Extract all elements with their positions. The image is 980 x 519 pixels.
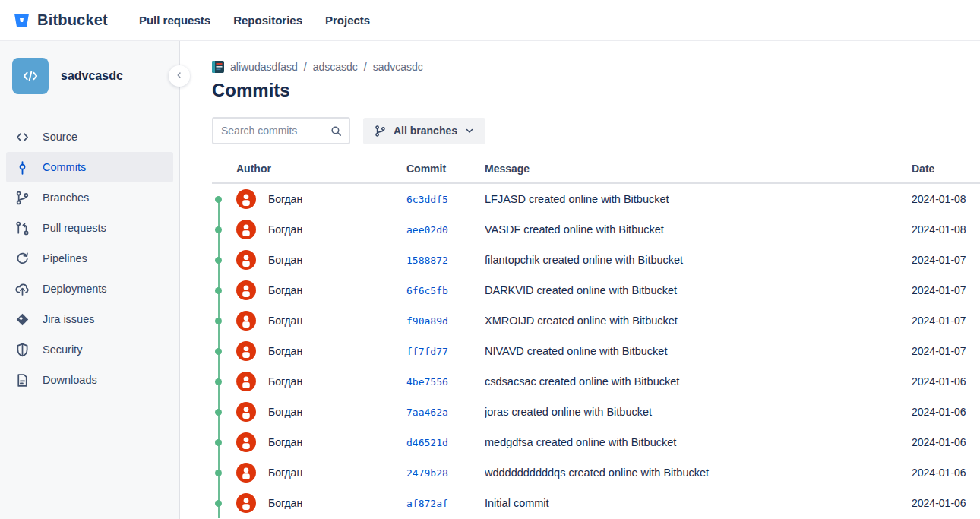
breadcrumb-project[interactable]: adscasdc xyxy=(313,61,358,73)
commit-graph-dot xyxy=(215,257,222,264)
commit-author-name: Богдан xyxy=(268,406,302,418)
author-avatar-icon xyxy=(236,463,256,483)
commit-message: wddddddddddqs created online with Bitbuc… xyxy=(485,467,912,479)
breadcrumb: aliwudasdfasd / adscasdc / sadvcasdc xyxy=(212,61,980,73)
commit-graph-cell xyxy=(212,366,226,397)
commit-graph-dot xyxy=(215,439,222,446)
commit-hash-cell: aee02d0 xyxy=(406,223,485,236)
commit-author-cell: Богдан xyxy=(226,311,406,331)
breadcrumb-repo[interactable]: sadvcasdc xyxy=(373,61,423,73)
commit-hash-cell: 7aa462a xyxy=(406,405,485,419)
search-commits-input[interactable] xyxy=(221,125,330,137)
commit-hash-link[interactable]: 1588872 xyxy=(406,255,448,266)
commit-graph-cell xyxy=(212,427,226,457)
commit-table-body: Богдан 6c3ddf5 LFJASD created online wit… xyxy=(212,184,980,518)
commit-hash-link[interactable]: 6c3ddf5 xyxy=(406,194,448,205)
commit-message: LFJASD created online with Bitbucket xyxy=(485,193,912,205)
commit-message: joras created online with Bitbucket xyxy=(485,406,912,418)
sidebar-nav: Source Commits Branches Pull requests xyxy=(0,122,179,395)
commits-table: Author Commit Message Date Богдан 6c3ddf… xyxy=(212,163,980,518)
commit-row: Богдан af872af Initial commit 2024-01-06 xyxy=(212,488,980,518)
sidebar-item-deployments[interactable]: Deployments xyxy=(6,274,173,304)
document-icon xyxy=(14,372,30,388)
commit-row: Богдан 7aa462a joras created online with… xyxy=(212,397,980,427)
sidebar-item-pull-requests[interactable]: Pull requests xyxy=(6,213,173,243)
commit-row: Богдан ff7fd77 NIVAVD created online wit… xyxy=(212,336,980,366)
breadcrumb-separator: / xyxy=(364,61,367,73)
commit-hash-link[interactable]: 7aa462a xyxy=(406,407,448,418)
sidebar-item-label: Source xyxy=(43,131,77,143)
commit-graph-dot xyxy=(215,196,222,203)
repo-avatar-code-icon xyxy=(12,58,49,94)
nav-pull-requests[interactable]: Pull requests xyxy=(128,8,222,33)
branch-filter-button[interactable]: All branches xyxy=(363,118,485,144)
commit-date: 2024-01-06 xyxy=(912,375,980,388)
nav-repositories[interactable]: Repositories xyxy=(222,8,314,33)
sidebar-item-pipelines[interactable]: Pipelines xyxy=(6,243,173,274)
sidebar-item-source[interactable]: Source xyxy=(6,122,173,152)
sidebar-item-branches[interactable]: Branches xyxy=(6,182,173,213)
commit-graph-cell xyxy=(212,457,226,488)
sidebar-collapse-button[interactable] xyxy=(169,65,190,87)
commit-author-name: Богдан xyxy=(268,375,302,388)
commit-author-cell: Богдан xyxy=(226,463,406,483)
commit-hash-cell: f90a89d xyxy=(406,314,485,328)
sidebar-item-security[interactable]: Security xyxy=(6,334,173,365)
commit-author-name: Богдан xyxy=(268,223,302,236)
commit-author-cell: Богдан xyxy=(226,402,406,422)
commit-graph-dot xyxy=(215,500,222,507)
commit-row: Богдан 1588872 filantopchik created onli… xyxy=(212,245,980,275)
commit-author-name: Богдан xyxy=(268,254,302,266)
commit-graph-cell xyxy=(212,245,226,275)
commit-date: 2024-01-07 xyxy=(912,345,980,357)
commit-graph-cell xyxy=(212,184,226,214)
author-avatar-icon xyxy=(236,402,256,422)
commit-author-name: Богдан xyxy=(268,436,302,448)
branch-filter-label: All branches xyxy=(394,125,457,137)
commit-hash-link[interactable]: af872af xyxy=(406,498,448,509)
commit-hash-link[interactable]: 6f6c5fb xyxy=(406,285,448,296)
author-avatar-icon xyxy=(236,280,256,300)
commit-message: filantopchik created online with Bitbuck… xyxy=(485,254,912,266)
commit-message: DARKVID created online with Bitbucket xyxy=(485,284,912,296)
breadcrumb-workspace[interactable]: aliwudasdfasd xyxy=(230,61,298,73)
commit-message: NIVAVD created online with Bitbucket xyxy=(485,345,912,357)
magnifier-icon xyxy=(330,125,343,138)
commit-graph-cell xyxy=(212,488,226,518)
commit-message: medgdfsa created online with Bitbucket xyxy=(485,436,912,448)
repo-header: sadvcasdc xyxy=(0,58,179,94)
sidebar-item-commits[interactable]: Commits xyxy=(6,152,173,182)
commit-hash-cell: 2479b28 xyxy=(406,466,485,479)
primary-nav: Pull requests Repositories Projects xyxy=(128,8,381,33)
commit-graph-cell xyxy=(212,275,226,305)
commit-hash-link[interactable]: aee02d0 xyxy=(406,224,448,236)
chevron-down-icon xyxy=(464,125,475,136)
nav-projects[interactable]: Projects xyxy=(314,8,381,33)
commit-author-cell: Богдан xyxy=(226,189,406,209)
commit-hash-link[interactable]: ff7fd77 xyxy=(406,346,448,357)
commit-author-cell: Богдан xyxy=(226,432,406,452)
top-navbar: Bitbucket Pull requests Repositories Pro… xyxy=(0,0,980,41)
commit-author-name: Богдан xyxy=(268,315,302,327)
chevron-left-icon xyxy=(175,71,184,82)
commit-author-cell: Богдан xyxy=(226,493,406,513)
commit-hash-link[interactable]: f90a89d xyxy=(406,315,448,327)
commit-hash-link[interactable]: 4be7556 xyxy=(406,376,448,388)
commit-hash-link[interactable]: 2479b28 xyxy=(406,467,448,479)
commits-table-header: Author Commit Message Date xyxy=(212,163,980,184)
commit-hash-link[interactable]: d46521d xyxy=(406,437,448,448)
sidebar-item-label: Downloads xyxy=(43,374,97,386)
bitbucket-bucket-icon xyxy=(12,11,31,30)
commit-graph-dot xyxy=(215,409,222,416)
author-avatar-icon xyxy=(236,250,256,270)
commit-author-name: Богдан xyxy=(268,193,302,205)
sidebar-item-downloads[interactable]: Downloads xyxy=(6,365,173,395)
commit-author-cell: Богдан xyxy=(226,220,406,239)
repo-sidebar: sadvcasdc Source Commits xyxy=(0,41,180,519)
sidebar-item-jira-issues[interactable]: Jira issues xyxy=(6,304,173,334)
commit-date: 2024-01-08 xyxy=(912,223,980,236)
bitbucket-logo[interactable]: Bitbucket xyxy=(12,11,108,30)
commit-date: 2024-01-06 xyxy=(912,436,980,448)
author-avatar-icon xyxy=(236,341,256,361)
author-avatar-icon xyxy=(236,432,256,452)
